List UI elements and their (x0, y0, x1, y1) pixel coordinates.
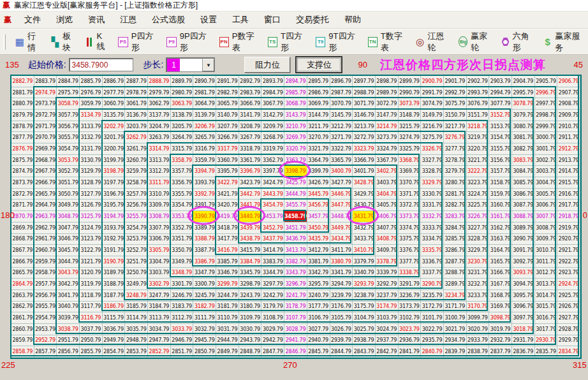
grid-cell[interactable]: 3388.79 (193, 234, 216, 245)
grid-cell[interactable]: 2955.79 (34, 302, 57, 313)
grid-cell[interactable]: 3091.79 (512, 245, 535, 256)
grid-cell[interactable]: 3445.79 (307, 189, 330, 200)
grid-cell[interactable]: 2862.79 (11, 302, 34, 313)
grid-cell[interactable]: 2871.79 (11, 200, 34, 211)
grid-cell[interactable]: 3454.79 (261, 200, 284, 211)
grid-cell[interactable]: 3311.79 (148, 177, 171, 189)
grid-cell[interactable]: 3105.79 (330, 312, 353, 324)
grid-cell[interactable]: 3107.79 (284, 312, 307, 324)
toolbar-button-P四方形[interactable]: PSP四方形 (113, 28, 161, 56)
grid-cell[interactable]: 2964.79 (34, 200, 57, 211)
toolbar-button-六角形[interactable]: 六角形 (497, 28, 538, 56)
grid-cell[interactable]: 3328.79 (421, 166, 444, 177)
grid-cell[interactable]: 3228.79 (467, 234, 490, 245)
grid-cell[interactable]: 3346.79 (216, 268, 239, 279)
grid-cell[interactable]: 3333.79 (421, 223, 444, 234)
grid-cell[interactable]: 2933.79 (467, 335, 490, 347)
grid-cell[interactable]: 3023.79 (399, 324, 422, 335)
grid-cell[interactable]: 3060.79 (103, 98, 126, 110)
grid-cell[interactable]: 3116.79 (80, 312, 103, 324)
grid-cell[interactable]: 2872.79 (11, 189, 34, 200)
grid-cell[interactable]: 3173.79 (399, 302, 422, 313)
grid-cell[interactable]: 3158.79 (489, 177, 512, 189)
grid-cell[interactable]: 2959.79 (34, 256, 57, 268)
grid-cell[interactable]: 3206.79 (193, 121, 216, 133)
grid-cell[interactable]: 3055.79 (57, 132, 80, 143)
grid-cell[interactable]: 2898.79 (376, 76, 399, 87)
grid-cell[interactable]: 3396.79 (239, 166, 262, 177)
grid-cell[interactable]: 2915.79 (557, 177, 580, 189)
grid-cell[interactable]: 2880.79 (11, 98, 34, 110)
grid-cell[interactable]: 2840.79 (421, 346, 444, 358)
grid-cell[interactable]: 3112.79 (171, 312, 194, 324)
grid-cell[interactable]: 3225.79 (467, 200, 490, 211)
grid-cell[interactable]: 2980.79 (171, 87, 194, 99)
grid-cell[interactable]: 2952.79 (34, 335, 57, 347)
grid-cell[interactable]: 3319.79 (261, 143, 284, 155)
grid-cell[interactable]: 2988.79 (353, 87, 376, 99)
grid-cell[interactable]: 3267.79 (239, 132, 262, 143)
grid-cell[interactable]: 2881.79 (11, 87, 34, 99)
grid-cell[interactable]: 2925.79 (557, 290, 580, 302)
grid-cell[interactable]: 2878.79 (11, 121, 34, 133)
grid-cell[interactable]: 3291.79 (399, 279, 422, 290)
toolbar-button-9T四方形[interactable]: T99T四方形 (311, 28, 363, 56)
grid-cell[interactable]: 3011.79 (535, 256, 558, 268)
grid-cell[interactable]: 3293.79 (353, 279, 376, 290)
grid-cell[interactable]: 3355.79 (171, 189, 194, 200)
grid-cell[interactable]: 3104.79 (353, 312, 376, 324)
grid-cell[interactable]: 3327.79 (421, 155, 444, 166)
grid-cell[interactable]: 3335.79 (421, 245, 444, 256)
grid-cell[interactable]: 3151.79 (467, 110, 490, 121)
grid-cell[interactable]: 3035.79 (125, 324, 148, 335)
grid-cell[interactable]: 3266.79 (216, 132, 239, 143)
grid-cell[interactable]: 3290.79 (421, 279, 444, 290)
grid-cell[interactable]: 2834.79 (557, 346, 580, 358)
grid-cell[interactable]: 3075.79 (444, 98, 467, 110)
grid-cell[interactable]: 3187.79 (103, 290, 126, 302)
grid-cell[interactable]: 3180.79 (239, 302, 262, 313)
grid-cell[interactable]: 2884.79 (57, 76, 80, 87)
grid-cell[interactable]: 3191.79 (103, 245, 126, 256)
grid-cell[interactable]: 2866.79 (11, 256, 34, 268)
grid-cell[interactable]: 2900.79 (421, 76, 444, 87)
menu-item-窗口[interactable]: 窗口 (256, 11, 288, 28)
grid-cell[interactable]: 3322.79 (330, 143, 353, 155)
grid-cell[interactable]: 2857.79 (34, 346, 57, 358)
grid-cell[interactable]: 2953.79 (34, 324, 57, 335)
grid-cell[interactable]: 3139.79 (193, 110, 216, 121)
grid-cell[interactable]: 3420.79 (216, 200, 239, 211)
grid-cell[interactable]: 3320.79 (284, 143, 307, 155)
grid-cell[interactable]: 3120.79 (80, 268, 103, 279)
grid-cell[interactable]: 3069.79 (307, 98, 330, 110)
grid-cell[interactable]: 2889.79 (171, 76, 194, 87)
grid-cell[interactable]: 3260.79 (125, 155, 148, 166)
grid-cell[interactable]: 3323.79 (353, 143, 376, 155)
grid-cell[interactable]: 3401.79 (353, 166, 376, 177)
grid-cell[interactable]: 3067.79 (261, 98, 284, 110)
toolbar-button-T四方形[interactable]: TST四方形 (263, 28, 311, 56)
grid-cell[interactable]: 3032.79 (193, 324, 216, 335)
grid-cell[interactable]: 3369.79 (399, 166, 422, 177)
grid-cell[interactable]: 3379.79 (353, 256, 376, 268)
grid-cell[interactable]: 3122.79 (80, 245, 103, 256)
grid-cell[interactable]: 3363.79 (284, 155, 307, 166)
resistance-button[interactable]: 阻力位 (244, 57, 290, 73)
grid-cell[interactable]: 3444.79 (284, 189, 307, 200)
grid-cell[interactable]: 3128.79 (80, 177, 103, 189)
grid-cell[interactable]: 3278.79 (444, 155, 467, 166)
grid-cell[interactable]: 2941.79 (284, 335, 307, 347)
grid-cell[interactable]: 3321.79 (307, 143, 330, 155)
grid-cell[interactable]: 3125.79 (80, 211, 103, 223)
grid-cell[interactable]: 3216.79 (421, 121, 444, 133)
grid-cell[interactable]: 2975.79 (57, 87, 80, 99)
grid-cell[interactable]: 3359.79 (193, 155, 216, 166)
grid-cell[interactable]: 3144.79 (307, 110, 330, 121)
grid-cell[interactable]: 3176.79 (330, 302, 353, 313)
grid-cell[interactable]: 3395.79 (216, 166, 239, 177)
grid-cell[interactable]: 3259.79 (125, 166, 148, 177)
grid-cell[interactable]: 2948.79 (125, 335, 148, 347)
grid-cell[interactable]: 3062.79 (148, 98, 171, 110)
grid-cell[interactable]: 3211.79 (307, 121, 330, 133)
grid-cell[interactable]: 3153.79 (489, 121, 512, 133)
